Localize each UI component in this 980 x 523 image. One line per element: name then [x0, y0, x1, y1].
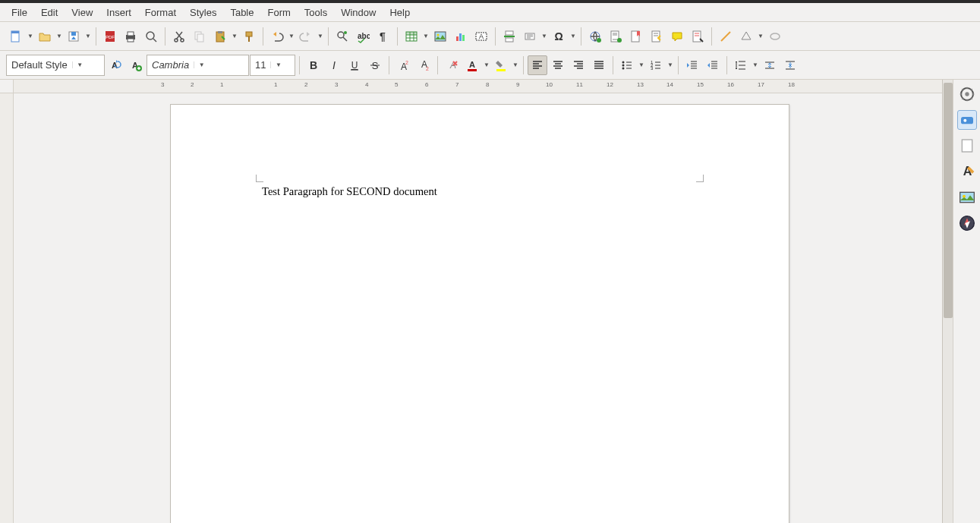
new-doc-dropdown[interactable]: ▼ [27, 33, 34, 39]
save-dropdown[interactable]: ▼ [84, 33, 92, 39]
bullet-dropdown[interactable]: ▼ [638, 61, 645, 68]
copy-icon[interactable] [190, 27, 210, 46]
document-canvas[interactable]: Test Paragraph for SECOND document [14, 93, 942, 523]
menu-tools[interactable]: Tools [298, 5, 334, 20]
decrease-indent-icon[interactable] [703, 55, 723, 75]
special-char-icon[interactable]: Ω [549, 27, 569, 46]
menu-styles[interactable]: Styles [183, 5, 223, 20]
menu-window[interactable]: Window [334, 5, 383, 20]
save-icon[interactable] [64, 27, 84, 46]
formatting-marks-icon[interactable]: ¶ [373, 27, 393, 46]
align-left-icon[interactable] [528, 55, 547, 75]
find-replace-icon[interactable] [332, 27, 352, 46]
menu-format[interactable]: Format [138, 5, 183, 20]
scrollbar-thumb[interactable] [944, 83, 953, 318]
navigator-panel-icon[interactable] [957, 213, 977, 233]
open-dropdown[interactable]: ▼ [55, 33, 63, 39]
menu-file[interactable]: File [5, 5, 34, 20]
cut-icon[interactable] [169, 27, 189, 46]
decrease-spacing-icon[interactable] [780, 55, 800, 75]
gallery-panel-icon[interactable] [957, 187, 977, 207]
align-right-icon[interactable] [569, 55, 588, 75]
font-color-dropdown[interactable]: ▼ [483, 61, 490, 68]
align-justify-icon[interactable] [589, 55, 609, 75]
undo-dropdown[interactable]: ▼ [288, 33, 295, 39]
italic-icon[interactable]: I [324, 55, 344, 75]
footnote-icon[interactable] [606, 27, 625, 46]
track-changes-icon[interactable] [688, 27, 707, 46]
comment-icon[interactable] [667, 27, 687, 46]
highlight-dropdown[interactable]: ▼ [512, 61, 519, 68]
clone-format-icon[interactable] [239, 27, 259, 46]
bullet-list-icon[interactable] [617, 55, 637, 75]
bold-icon[interactable]: B [304, 55, 323, 75]
shapes-dropdown[interactable]: ▼ [757, 33, 764, 39]
insert-chart-icon[interactable] [451, 27, 471, 46]
clear-format-icon[interactable]: A [442, 55, 462, 75]
ruler-number: 9 [516, 81, 519, 88]
vertical-scrollbar[interactable] [942, 80, 953, 523]
bookmark-icon[interactable] [626, 27, 646, 46]
ruler-number: 7 [455, 81, 458, 88]
draw-functions-icon[interactable] [765, 27, 785, 46]
line-spacing-icon[interactable] [731, 55, 751, 75]
basic-shapes-icon[interactable] [736, 27, 756, 46]
print-preview-icon[interactable] [141, 27, 161, 46]
styles-panel-icon[interactable]: A [957, 162, 977, 181]
paragraph-style-combo[interactable]: Default Style▼ [6, 55, 105, 76]
insert-textbox-icon[interactable]: A [471, 27, 491, 46]
properties-panel-icon[interactable] [957, 84, 977, 104]
subscript-icon[interactable]: A2 [414, 55, 433, 75]
document-page[interactable]: Test Paragraph for SECOND document [170, 104, 789, 523]
print-icon[interactable] [121, 27, 140, 46]
menu-form[interactable]: Form [260, 5, 297, 20]
paste-dropdown[interactable]: ▼ [231, 33, 238, 39]
number-dropdown[interactable]: ▼ [666, 61, 674, 68]
document-text[interactable]: Test Paragraph for SECOND document [262, 185, 437, 198]
new-doc-icon[interactable] [6, 27, 26, 46]
font-color-icon[interactable]: A [462, 55, 482, 75]
font-size-combo[interactable]: 11▼ [250, 55, 295, 76]
superscript-icon[interactable]: A2 [393, 55, 413, 75]
cross-ref-icon[interactable] [647, 27, 666, 46]
menu-edit[interactable]: Edit [34, 5, 65, 20]
menu-help[interactable]: Help [383, 5, 417, 20]
font-name-combo[interactable]: Cambria▼ [147, 55, 249, 76]
pdf-export-icon[interactable]: PDF [100, 27, 120, 46]
table-dropdown[interactable]: ▼ [422, 33, 430, 39]
special-char-dropdown[interactable]: ▼ [569, 33, 577, 39]
number-list-icon[interactable]: 123 [646, 55, 666, 75]
spellcheck-icon[interactable]: abc [353, 27, 373, 46]
open-icon[interactable] [35, 27, 55, 46]
redo-dropdown[interactable]: ▼ [317, 33, 324, 39]
align-center-icon[interactable] [548, 55, 568, 75]
field-dropdown[interactable]: ▼ [540, 33, 548, 39]
strikethrough-icon[interactable]: S [365, 55, 385, 75]
vertical-ruler[interactable] [0, 93, 14, 523]
horizontal-ruler[interactable]: 321123456789101112131415161718 [14, 80, 942, 93]
menu-insert[interactable]: Insert [99, 5, 138, 20]
new-style-icon[interactable]: A [126, 55, 146, 75]
hyperlink-icon[interactable] [585, 27, 605, 46]
separator [726, 56, 727, 74]
paste-icon[interactable] [210, 27, 230, 46]
blank-panel-icon[interactable] [957, 136, 977, 156]
spacing-dropdown[interactable]: ▼ [752, 61, 759, 68]
underline-icon[interactable]: U [345, 55, 364, 75]
highlight-icon[interactable] [491, 55, 511, 75]
undo-icon[interactable] [267, 27, 287, 46]
redo-icon[interactable] [296, 27, 316, 46]
line-icon[interactable] [716, 27, 736, 46]
ruler-number: 2 [304, 81, 307, 88]
menu-view[interactable]: View [65, 5, 99, 20]
insert-field-icon[interactable] [520, 27, 540, 46]
page-break-icon[interactable] [499, 27, 519, 46]
update-style-icon[interactable]: A [106, 55, 125, 75]
increase-spacing-icon[interactable] [760, 55, 780, 75]
slide-panel-icon[interactable] [957, 110, 977, 130]
insert-image-icon[interactable] [430, 27, 450, 46]
menu-table[interactable]: Table [223, 5, 260, 20]
sidebar: A [953, 80, 980, 523]
insert-table-icon[interactable] [402, 27, 421, 46]
increase-indent-icon[interactable] [682, 55, 702, 75]
